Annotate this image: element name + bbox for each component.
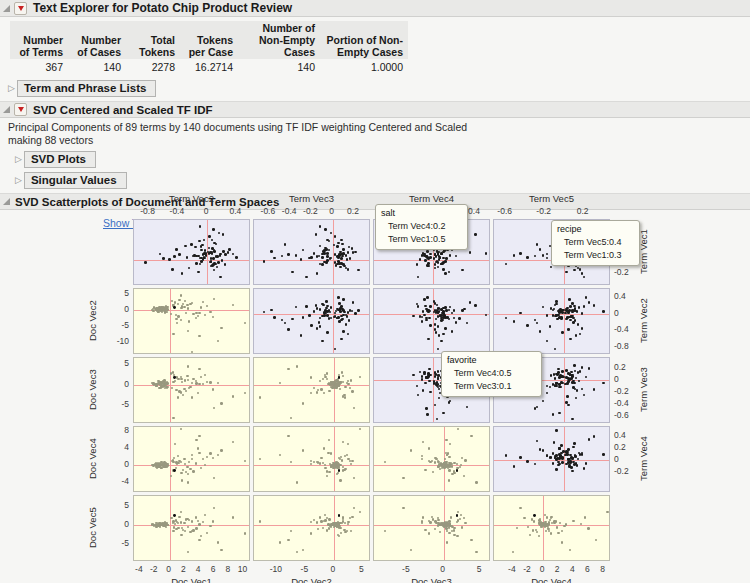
- doc-point[interactable]: [402, 477, 404, 479]
- doc-point[interactable]: [200, 306, 202, 308]
- doc-point[interactable]: [323, 447, 325, 449]
- term-point[interactable]: [569, 454, 572, 457]
- term-point[interactable]: [564, 454, 567, 457]
- term-point[interactable]: [425, 407, 428, 410]
- doc-point[interactable]: [347, 443, 349, 445]
- doc-point[interactable]: [232, 516, 234, 518]
- term-point[interactable]: [181, 272, 184, 275]
- doc-point[interactable]: [217, 541, 219, 543]
- doc-point[interactable]: [339, 381, 341, 383]
- doc-point[interactable]: [310, 376, 312, 378]
- doc-point[interactable]: [287, 435, 289, 437]
- term-point[interactable]: [546, 340, 549, 343]
- doc-point[interactable]: [428, 447, 430, 449]
- doc-point[interactable]: [152, 523, 154, 525]
- term-point[interactable]: [555, 373, 558, 376]
- doc-point[interactable]: [188, 320, 190, 322]
- doc-point[interactable]: [320, 388, 322, 390]
- term-point[interactable]: [561, 457, 564, 460]
- term-point[interactable]: [300, 334, 303, 337]
- doc-point[interactable]: [553, 520, 555, 522]
- doc-point[interactable]: [220, 402, 222, 404]
- doc-point[interactable]: [451, 530, 453, 532]
- term-point[interactable]: [576, 310, 579, 313]
- term-point[interactable]: [324, 228, 327, 231]
- doc-point[interactable]: [437, 524, 439, 526]
- doc-point[interactable]: [213, 507, 215, 509]
- doc-point[interactable]: [339, 388, 341, 390]
- term-point[interactable]: [319, 317, 322, 320]
- term-point[interactable]: [281, 255, 284, 258]
- term-point[interactable]: [336, 245, 339, 248]
- term-point[interactable]: [448, 309, 451, 312]
- term-point[interactable]: [588, 301, 591, 304]
- doc-point[interactable]: [186, 375, 188, 377]
- doc-point[interactable]: [175, 461, 177, 463]
- term-point[interactable]: [440, 253, 443, 256]
- doc-point[interactable]: [470, 539, 472, 541]
- term-point[interactable]: [571, 470, 574, 473]
- doc-point[interactable]: [475, 481, 477, 483]
- doc-point[interactable]: [320, 520, 322, 522]
- term-point[interactable]: [526, 256, 529, 259]
- term-point[interactable]: [325, 300, 328, 303]
- term-point[interactable]: [505, 317, 508, 320]
- term-point[interactable]: [561, 331, 564, 334]
- term-point[interactable]: [569, 305, 572, 308]
- doc-point[interactable]: [290, 530, 292, 532]
- term-point[interactable]: [534, 255, 537, 258]
- term-point[interactable]: [444, 260, 447, 263]
- term-point[interactable]: [526, 324, 529, 327]
- term-point[interactable]: [273, 316, 276, 319]
- term-point[interactable]: [588, 438, 591, 441]
- singular-values-header[interactable]: Singular Values: [24, 172, 127, 189]
- term-point[interactable]: [434, 371, 437, 374]
- doc-point[interactable]: [185, 312, 187, 314]
- term-point[interactable]: [554, 348, 557, 351]
- term-point[interactable]: [581, 327, 584, 330]
- doc-point[interactable]: [384, 530, 386, 532]
- term-point[interactable]: [424, 305, 427, 308]
- doc-point[interactable]: [347, 458, 349, 460]
- svd-plots-header[interactable]: SVD Plots: [24, 151, 96, 168]
- term-point[interactable]: [444, 306, 447, 309]
- doc-point[interactable]: [533, 514, 536, 517]
- doc-point[interactable]: [232, 304, 234, 306]
- term-point[interactable]: [576, 389, 579, 392]
- term-point[interactable]: [485, 252, 488, 255]
- term-point[interactable]: [427, 338, 430, 341]
- doc-point[interactable]: [160, 382, 162, 384]
- term-point[interactable]: [434, 323, 437, 326]
- doc-point[interactable]: [344, 531, 346, 533]
- term-point[interactable]: [534, 463, 537, 466]
- term-point[interactable]: [334, 348, 337, 351]
- doc-point[interactable]: [353, 477, 355, 479]
- term-point[interactable]: [346, 258, 349, 261]
- doc-point[interactable]: [287, 539, 289, 541]
- term-point[interactable]: [579, 268, 582, 271]
- doc-point[interactable]: [200, 467, 202, 469]
- term-point[interactable]: [553, 441, 556, 444]
- term-point[interactable]: [449, 306, 452, 309]
- doc-point[interactable]: [448, 469, 450, 471]
- term-point[interactable]: [552, 413, 555, 416]
- panel-r5c2[interactable]: [253, 495, 370, 561]
- doc-point[interactable]: [538, 535, 540, 537]
- doc-point[interactable]: [456, 469, 459, 472]
- doc-point[interactable]: [177, 315, 179, 317]
- doc-point[interactable]: [171, 387, 173, 389]
- doc-point[interactable]: [342, 441, 344, 443]
- doc-point[interactable]: [198, 452, 200, 454]
- term-point[interactable]: [222, 250, 225, 253]
- term-point[interactable]: [550, 266, 553, 269]
- term-point[interactable]: [342, 252, 345, 255]
- doc-point[interactable]: [188, 387, 190, 389]
- doc-point[interactable]: [188, 461, 190, 463]
- term-point[interactable]: [565, 369, 568, 372]
- doc-point[interactable]: [422, 441, 424, 443]
- term-point[interactable]: [144, 261, 147, 264]
- term-point[interactable]: [539, 448, 542, 451]
- doc-point[interactable]: [180, 319, 182, 321]
- doc-point[interactable]: [155, 385, 157, 387]
- doc-point[interactable]: [448, 456, 450, 458]
